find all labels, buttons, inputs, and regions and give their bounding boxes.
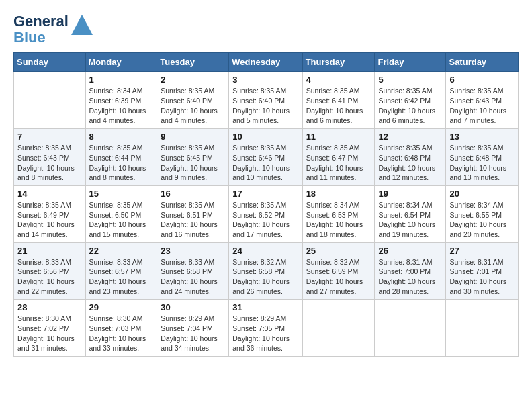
calendar-cell: 10Sunrise: 8:35 AMSunset: 6:46 PMDayligh… xyxy=(229,129,302,186)
calendar-cell: 3Sunrise: 8:35 AMSunset: 6:40 PMDaylight… xyxy=(229,72,302,129)
calendar-week-3: 14Sunrise: 8:35 AMSunset: 6:49 PMDayligh… xyxy=(14,185,519,242)
day-number: 27 xyxy=(449,246,515,256)
day-number: 7 xyxy=(17,132,82,142)
calendar-cell: 31Sunrise: 8:29 AMSunset: 7:05 PMDayligh… xyxy=(229,300,302,357)
day-info: Sunrise: 8:29 AMSunset: 7:05 PMDaylight:… xyxy=(232,314,298,353)
day-number: 13 xyxy=(449,132,515,142)
calendar-cell xyxy=(302,300,375,357)
day-number: 29 xyxy=(89,302,154,312)
day-info: Sunrise: 8:35 AMSunset: 6:50 PMDaylight:… xyxy=(89,200,154,240)
calendar-cell: 6Sunrise: 8:35 AMSunset: 6:43 PMDaylight… xyxy=(446,72,519,129)
page-header: General Blue xyxy=(13,13,519,46)
calendar-cell: 12Sunrise: 8:35 AMSunset: 6:48 PMDayligh… xyxy=(375,129,446,186)
day-info: Sunrise: 8:33 AMSunset: 6:58 PMDaylight:… xyxy=(161,257,225,297)
header-sunday: Sunday xyxy=(14,53,86,72)
day-number: 4 xyxy=(306,75,371,85)
day-info: Sunrise: 8:33 AMSunset: 6:57 PMDaylight:… xyxy=(89,257,154,297)
calendar-cell: 22Sunrise: 8:33 AMSunset: 6:57 PMDayligh… xyxy=(85,242,157,300)
day-number: 25 xyxy=(306,246,371,256)
day-info: Sunrise: 8:35 AMSunset: 6:42 PMDaylight:… xyxy=(378,86,442,126)
calendar-cell: 27Sunrise: 8:31 AMSunset: 7:01 PMDayligh… xyxy=(446,242,519,300)
day-info: Sunrise: 8:35 AMSunset: 6:43 PMDaylight:… xyxy=(449,86,515,126)
day-info: Sunrise: 8:35 AMSunset: 6:48 PMDaylight:… xyxy=(449,143,515,183)
day-info: Sunrise: 8:31 AMSunset: 7:00 PMDaylight:… xyxy=(378,257,442,297)
calendar-cell: 9Sunrise: 8:35 AMSunset: 6:45 PMDaylight… xyxy=(157,129,229,186)
logo-text: General Blue xyxy=(13,13,69,46)
header-tuesday: Tuesday xyxy=(157,53,229,72)
calendar-week-5: 28Sunrise: 8:30 AMSunset: 7:02 PMDayligh… xyxy=(14,300,519,357)
calendar-cell: 17Sunrise: 8:35 AMSunset: 6:52 PMDayligh… xyxy=(229,185,302,242)
day-number: 30 xyxy=(161,302,225,312)
day-number: 17 xyxy=(232,189,298,199)
day-number: 18 xyxy=(306,189,371,199)
calendar-table: SundayMondayTuesdayWednesdayThursdayFrid… xyxy=(13,52,519,357)
day-info: Sunrise: 8:34 AMSunset: 6:55 PMDaylight:… xyxy=(449,200,515,240)
calendar-cell: 2Sunrise: 8:35 AMSunset: 6:40 PMDaylight… xyxy=(157,72,229,129)
day-info: Sunrise: 8:30 AMSunset: 7:03 PMDaylight:… xyxy=(89,314,154,353)
calendar-cell: 26Sunrise: 8:31 AMSunset: 7:00 PMDayligh… xyxy=(375,242,446,300)
day-info: Sunrise: 8:35 AMSunset: 6:41 PMDaylight:… xyxy=(306,86,371,126)
calendar-cell: 20Sunrise: 8:34 AMSunset: 6:55 PMDayligh… xyxy=(446,185,519,242)
svg-marker-0 xyxy=(71,15,93,35)
header-friday: Friday xyxy=(375,53,446,72)
day-number: 21 xyxy=(17,246,82,256)
day-number: 15 xyxy=(89,189,154,199)
calendar-cell: 24Sunrise: 8:32 AMSunset: 6:58 PMDayligh… xyxy=(229,242,302,300)
calendar-header-row: SundayMondayTuesdayWednesdayThursdayFrid… xyxy=(14,53,519,72)
day-info: Sunrise: 8:34 AMSunset: 6:54 PMDaylight:… xyxy=(378,200,442,240)
day-info: Sunrise: 8:35 AMSunset: 6:45 PMDaylight:… xyxy=(161,143,225,183)
day-number: 12 xyxy=(378,132,442,142)
day-info: Sunrise: 8:35 AMSunset: 6:51 PMDaylight:… xyxy=(161,200,225,240)
header-monday: Monday xyxy=(85,53,157,72)
day-info: Sunrise: 8:35 AMSunset: 6:48 PMDaylight:… xyxy=(378,143,442,183)
header-thursday: Thursday xyxy=(302,53,375,72)
calendar-cell: 23Sunrise: 8:33 AMSunset: 6:58 PMDayligh… xyxy=(157,242,229,300)
calendar-cell: 29Sunrise: 8:30 AMSunset: 7:03 PMDayligh… xyxy=(85,300,157,357)
calendar-cell: 21Sunrise: 8:33 AMSunset: 6:56 PMDayligh… xyxy=(14,242,86,300)
calendar-cell xyxy=(375,300,446,357)
calendar-cell: 5Sunrise: 8:35 AMSunset: 6:42 PMDaylight… xyxy=(375,72,446,129)
day-info: Sunrise: 8:32 AMSunset: 6:58 PMDaylight:… xyxy=(232,257,298,297)
day-number: 5 xyxy=(378,75,442,85)
day-number: 24 xyxy=(232,246,298,256)
calendar-cell xyxy=(14,72,86,129)
header-saturday: Saturday xyxy=(446,53,519,72)
day-info: Sunrise: 8:35 AMSunset: 6:40 PMDaylight:… xyxy=(161,86,225,126)
day-number: 19 xyxy=(378,189,442,199)
calendar-cell: 19Sunrise: 8:34 AMSunset: 6:54 PMDayligh… xyxy=(375,185,446,242)
day-number: 23 xyxy=(161,246,225,256)
day-info: Sunrise: 8:35 AMSunset: 6:47 PMDaylight:… xyxy=(306,143,371,183)
calendar-cell: 14Sunrise: 8:35 AMSunset: 6:49 PMDayligh… xyxy=(14,185,86,242)
day-info: Sunrise: 8:35 AMSunset: 6:44 PMDaylight:… xyxy=(89,143,154,183)
calendar-week-1: 1Sunrise: 8:34 AMSunset: 6:39 PMDaylight… xyxy=(14,72,519,129)
calendar-cell xyxy=(446,300,519,357)
day-info: Sunrise: 8:35 AMSunset: 6:43 PMDaylight:… xyxy=(17,143,82,183)
calendar-cell: 25Sunrise: 8:32 AMSunset: 6:59 PMDayligh… xyxy=(302,242,375,300)
calendar-cell: 1Sunrise: 8:34 AMSunset: 6:39 PMDaylight… xyxy=(85,72,157,129)
day-info: Sunrise: 8:33 AMSunset: 6:56 PMDaylight:… xyxy=(17,257,82,297)
calendar-cell: 13Sunrise: 8:35 AMSunset: 6:48 PMDayligh… xyxy=(446,129,519,186)
day-info: Sunrise: 8:30 AMSunset: 7:02 PMDaylight:… xyxy=(17,314,82,353)
day-info: Sunrise: 8:31 AMSunset: 7:01 PMDaylight:… xyxy=(449,257,515,297)
day-info: Sunrise: 8:29 AMSunset: 7:04 PMDaylight:… xyxy=(161,314,225,353)
calendar-cell: 28Sunrise: 8:30 AMSunset: 7:02 PMDayligh… xyxy=(14,300,86,357)
calendar-cell: 15Sunrise: 8:35 AMSunset: 6:50 PMDayligh… xyxy=(85,185,157,242)
day-number: 31 xyxy=(232,302,298,312)
calendar-cell: 30Sunrise: 8:29 AMSunset: 7:04 PMDayligh… xyxy=(157,300,229,357)
day-number: 8 xyxy=(89,132,154,142)
day-number: 20 xyxy=(449,189,515,199)
day-number: 16 xyxy=(161,189,225,199)
calendar-cell: 7Sunrise: 8:35 AMSunset: 6:43 PMDaylight… xyxy=(14,129,86,186)
calendar-cell: 11Sunrise: 8:35 AMSunset: 6:47 PMDayligh… xyxy=(302,129,375,186)
calendar-cell: 16Sunrise: 8:35 AMSunset: 6:51 PMDayligh… xyxy=(157,185,229,242)
day-number: 2 xyxy=(161,75,225,85)
logo: General Blue xyxy=(13,13,93,46)
calendar-week-2: 7Sunrise: 8:35 AMSunset: 6:43 PMDaylight… xyxy=(14,129,519,186)
header-wednesday: Wednesday xyxy=(229,53,302,72)
day-number: 1 xyxy=(89,75,154,85)
day-info: Sunrise: 8:32 AMSunset: 6:59 PMDaylight:… xyxy=(306,257,371,297)
calendar-cell: 8Sunrise: 8:35 AMSunset: 6:44 PMDaylight… xyxy=(85,129,157,186)
logo-icon xyxy=(71,15,93,35)
calendar-cell: 4Sunrise: 8:35 AMSunset: 6:41 PMDaylight… xyxy=(302,72,375,129)
day-number: 26 xyxy=(378,246,442,256)
